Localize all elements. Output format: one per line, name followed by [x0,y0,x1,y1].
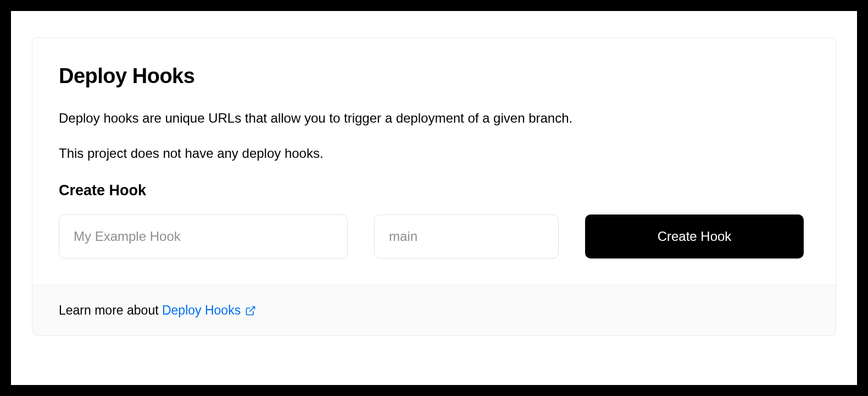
branch-input[interactable] [374,215,559,258]
hook-name-input[interactable] [59,215,348,258]
card-title: Deploy Hooks [59,64,809,88]
external-link-icon [245,305,256,316]
card-footer: Learn more about Deploy Hooks [32,285,836,336]
card-description: Deploy hooks are unique URLs that allow … [59,109,809,128]
footer-prefix: Learn more about [59,303,162,317]
create-hook-heading: Create Hook [59,182,809,199]
create-hook-button[interactable]: Create Hook [585,215,804,258]
create-hook-form: Create Hook [59,215,809,258]
card-body: Deploy Hooks Deploy hooks are unique URL… [32,38,836,285]
svg-line-0 [249,306,254,311]
deploy-hooks-link[interactable]: Deploy Hooks [162,303,256,318]
empty-state-text: This project does not have any deploy ho… [59,144,809,163]
page-container: Deploy Hooks Deploy hooks are unique URL… [11,11,857,385]
deploy-hooks-card: Deploy Hooks Deploy hooks are unique URL… [32,37,836,336]
footer-text: Learn more about Deploy Hooks [59,303,256,317]
footer-link-text: Deploy Hooks [162,303,241,318]
